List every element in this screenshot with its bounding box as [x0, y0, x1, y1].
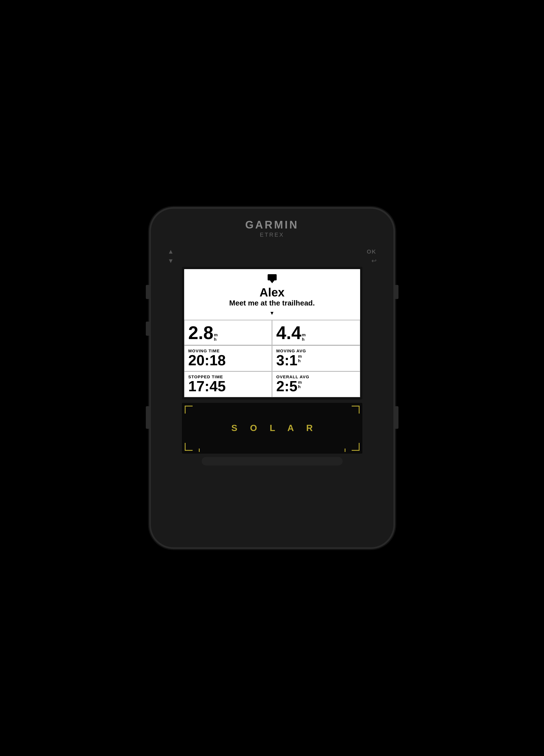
overall-avg-cell: OVERALL AVG 2:5 m h: [272, 371, 360, 397]
message-area: Alex Meet me at the trailhead. ▼: [184, 269, 360, 320]
max-speed-unit-h: h: [302, 337, 305, 342]
tick-marks: [182, 449, 362, 454]
solar-label: S O L A R: [226, 423, 318, 433]
overall-avg-value: 2:5 m h: [276, 379, 356, 394]
speed-row: 2.8 m h 4.4 m h: [184, 320, 360, 346]
max-speed-cell: 4.4 m h: [272, 320, 360, 345]
ok-button[interactable]: OK: [367, 249, 376, 255]
corner-tr: [352, 406, 360, 414]
stopped-time-value: 17:45: [188, 379, 268, 394]
svg-rect-0: [268, 274, 277, 280]
moving-time-cell: MOVING TIME 20:18: [184, 346, 272, 371]
current-speed-unit: m h: [214, 333, 217, 342]
corner-tl: [185, 406, 193, 414]
device-top: GARMIN ETREX: [151, 209, 393, 238]
max-speed-value: 4.4: [276, 324, 301, 342]
current-speed-cell: 2.8 m h: [184, 320, 272, 345]
solar-section: S O L A R: [151, 403, 393, 454]
stopped-time-cell: STOPPED TIME 17:45: [184, 371, 272, 397]
device-screen: Alex Meet me at the trailhead. ▼ 2.8 m h: [184, 269, 360, 397]
scroll-indicator: ▼: [270, 310, 275, 316]
overall-avg-unit: m h: [298, 380, 302, 389]
moving-avg-value: 3:1 m h: [276, 353, 356, 368]
solar-panel: S O L A R: [182, 403, 362, 454]
tick-1: [199, 449, 200, 452]
bottom-bar: [202, 457, 343, 465]
message-text: Meet me at the trailhead.: [229, 298, 315, 308]
screen-bezel: Alex Meet me at the trailhead. ▼ 2.8 m h: [182, 267, 362, 399]
moving-avg-unit: m h: [298, 354, 302, 363]
right-button-bottom[interactable]: [393, 406, 398, 429]
message-sender: Alex: [259, 287, 285, 298]
moving-avg-cell: MOVING AVG 3:1 m h: [272, 346, 360, 371]
left-button-top[interactable]: [146, 285, 151, 299]
brand-model: ETREX: [260, 232, 284, 238]
brand-name: GARMIN: [245, 219, 299, 231]
speed-unit-m: m: [214, 333, 217, 337]
max-speed-unit: m h: [302, 333, 305, 342]
dpad-up-button[interactable]: ▲: [168, 248, 174, 255]
device-bottom: [151, 457, 393, 474]
speed-unit-h: h: [214, 337, 217, 342]
dpad-area: ▲ OK: [151, 240, 393, 263]
message-icon: [267, 274, 277, 285]
left-button-bottom[interactable]: [146, 406, 151, 429]
moving-time-value: 20:18: [188, 353, 268, 368]
svg-marker-1: [270, 280, 274, 283]
stats-grid: MOVING TIME 20:18 MOVING AVG 3:1 m h: [184, 346, 360, 397]
left-button-mid[interactable]: [146, 322, 151, 336]
right-button-top[interactable]: [393, 285, 398, 299]
tick-2: [345, 449, 345, 452]
current-speed-value: 2.8: [188, 324, 213, 342]
device-body: GARMIN ETREX ▲ OK ▼ ↩: [151, 209, 393, 547]
max-speed-unit-m: m: [302, 333, 305, 337]
page-wrapper: GARMIN ETREX ▲ OK ▼ ↩: [0, 0, 544, 756]
